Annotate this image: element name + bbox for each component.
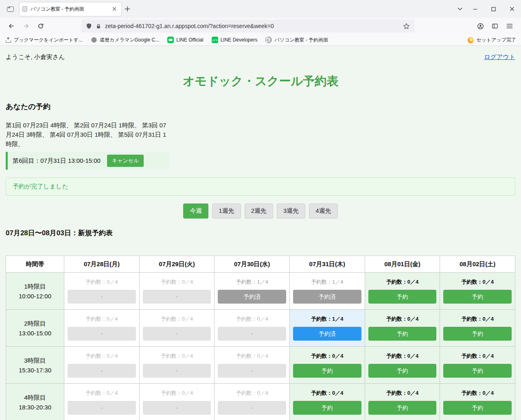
url-text[interactable]: zeta-period-461702-g1.an.r.appspot.com/?… [105, 23, 399, 29]
slot-button[interactable]: 予約 [443, 290, 512, 304]
time-slot-cell: 1時限目 10:00-12:00 [6, 273, 64, 310]
table-row: 1時限目 10:00-12:00 予約数：0／4 - 予約数：0／4 - [6, 273, 515, 310]
slot-cell: 予約数：0／4 - [215, 384, 290, 420]
schedule-title: 07月28日〜08月03日：新規予約表 [6, 228, 515, 238]
bookmark-favicon [265, 37, 272, 43]
slot-button: - [68, 401, 136, 415]
column-header: 07月31日(木) [289, 256, 365, 273]
slot-cell: 予約数：0／4 予約 [440, 347, 515, 384]
tracking-shield-icon[interactable] [86, 23, 92, 29]
slot-cell: 予約数：0／4 予約 [440, 384, 515, 420]
bookmark-favicon [212, 37, 218, 43]
slot-button[interactable]: 予約 [443, 364, 512, 378]
slot-count: 予約数：0／4 [68, 316, 136, 322]
bookmark-list: ブックマークをインポートす... 還暦カメラマンGoogle C... LINE… [5, 37, 328, 44]
slot-cell: 予約数：1／4 予約済 [289, 273, 365, 310]
slot-button[interactable]: 予約 [368, 290, 437, 304]
slot-button[interactable]: 予約 [443, 401, 512, 415]
forward-button[interactable] [20, 20, 33, 33]
slot-button: - [143, 401, 211, 415]
slot-cell: 予約数：0／4 - [64, 384, 140, 420]
time-slot-cell: 4時限目 18:30-20:30 [6, 384, 64, 420]
slot-count: 予約数：0／4 [68, 390, 136, 396]
tab-title: パソコン教室 - 予約画面 [31, 6, 107, 13]
slot-button: 予約済 [293, 327, 361, 341]
bookmark-item[interactable]: LINE Official [167, 37, 203, 44]
slot-cell: 予約数：0／4 予約 [365, 347, 440, 384]
sidebar-icon[interactable] [488, 20, 501, 33]
bookmark-star-icon[interactable] [403, 23, 410, 30]
time-range-label: 13:00-15:00 [7, 330, 63, 337]
time-range-label: 18:30-20:30 [7, 404, 63, 411]
week-button[interactable]: 1週先 [212, 203, 241, 219]
column-header: 08月02日(土) [440, 256, 515, 273]
slot-button: 予約済 [293, 290, 361, 304]
slot-cell: 予約数：0／4 - [215, 310, 290, 347]
reload-button[interactable] [34, 20, 47, 33]
slot-count: 予約数：0／4 [368, 353, 437, 359]
slot-button[interactable]: 予約 [293, 401, 361, 415]
table-row: 3時限目 15:30-17:30 予約数：0／4 - 予約数：0／4 - [6, 347, 515, 384]
slot-count: 予約数：0／4 [443, 390, 512, 396]
slot-cell: 予約数：0／4 - [139, 384, 215, 420]
bookmark-item[interactable]: ブックマークをインポートす... [5, 37, 83, 44]
slot-button: - [143, 290, 211, 304]
tab-close-icon[interactable] [110, 5, 118, 13]
time-slot-cell: 3時限目 15:30-17:30 [6, 347, 64, 384]
slot-button[interactable]: 予約 [293, 364, 361, 378]
slot-count: 予約数：1／4 [293, 279, 361, 285]
latest-reservation-box: 第6回目：07月31日 13:00-15:00 キャンセル [6, 152, 169, 170]
menu-button[interactable] [503, 20, 516, 33]
tab-favicon [22, 6, 27, 12]
account-icon[interactable] [474, 20, 487, 33]
slot-count: 予約数：0／4 [143, 316, 211, 322]
slot-button: - [68, 364, 136, 378]
lock-icon[interactable] [96, 23, 101, 29]
firefox-view-icon [7, 7, 14, 12]
slot-button: - [218, 327, 286, 341]
slot-count: 予約数：0／4 [218, 316, 286, 322]
address-bar[interactable]: zeta-period-461702-g1.an.r.appspot.com/?… [81, 20, 414, 33]
bookmark-item[interactable]: 還暦カメラマンGoogle C... [91, 37, 159, 44]
slot-cell: 予約数：0／4 - [64, 273, 140, 310]
slot-count: 予約数：1／4 [293, 316, 361, 322]
page-content: ようこそ, 小倉実さん ログアウト オモドック・スクール予約表 あなたの予約 第… [0, 46, 521, 420]
slot-button[interactable]: 予約 [368, 401, 437, 415]
setup-complete-item[interactable]: セットアップ完了 [468, 37, 516, 44]
slot-cell: 予約数：0／4 予約 [365, 310, 440, 347]
week-button[interactable]: 今週 [183, 203, 208, 219]
firefox-view-button[interactable] [4, 3, 16, 15]
period-label: 2時限目 [7, 320, 63, 328]
cancel-reservation-button[interactable]: キャンセル [107, 155, 144, 167]
browser-tab[interactable]: パソコン教室 - 予約画面 [20, 2, 121, 16]
minimize-button[interactable] [466, 0, 484, 18]
slot-button: - [218, 364, 286, 378]
slot-cell: 予約数：0／4 - [139, 310, 215, 347]
slot-button[interactable]: 予約 [368, 327, 437, 341]
week-button[interactable]: 3週先 [277, 203, 305, 219]
slot-button[interactable]: 予約 [443, 327, 512, 341]
bookmark-item[interactable]: LINE Developers [212, 37, 258, 44]
table-header-row: 時間帯 07月28日(月) 07月29日(火) 07月30日(水) 07月31日… [6, 256, 515, 273]
flash-message: 予約が完了しました [6, 177, 515, 196]
slot-cell: 予約数：0／4 - [215, 347, 290, 384]
slot-button: 予約済 [218, 290, 286, 304]
list-all-tabs-button[interactable] [454, 3, 466, 15]
bookmark-label: ブックマークをインポートす... [14, 37, 83, 44]
maximize-button[interactable] [484, 0, 503, 18]
week-button[interactable]: 2週先 [245, 203, 273, 219]
close-window-button[interactable] [503, 0, 521, 18]
period-label: 4時限目 [7, 394, 63, 402]
column-header: 07月28日(月) [64, 256, 140, 273]
logout-link[interactable]: ログアウト [484, 53, 515, 61]
your-reservations-heading: あなたの予約 [6, 102, 515, 112]
slot-count: 予約数：0／4 [218, 390, 286, 396]
week-button[interactable]: 4週先 [309, 203, 337, 219]
new-tab-button[interactable] [121, 3, 134, 15]
bookmark-item[interactable]: パソコン教室 - 予約画面 [265, 37, 328, 44]
slot-count: 予約数：0／4 [368, 390, 437, 396]
slot-button[interactable]: 予約 [368, 364, 437, 378]
back-button[interactable] [5, 20, 18, 33]
bookmark-label: 還暦カメラマンGoogle C... [100, 37, 159, 44]
slot-button: - [143, 364, 211, 378]
